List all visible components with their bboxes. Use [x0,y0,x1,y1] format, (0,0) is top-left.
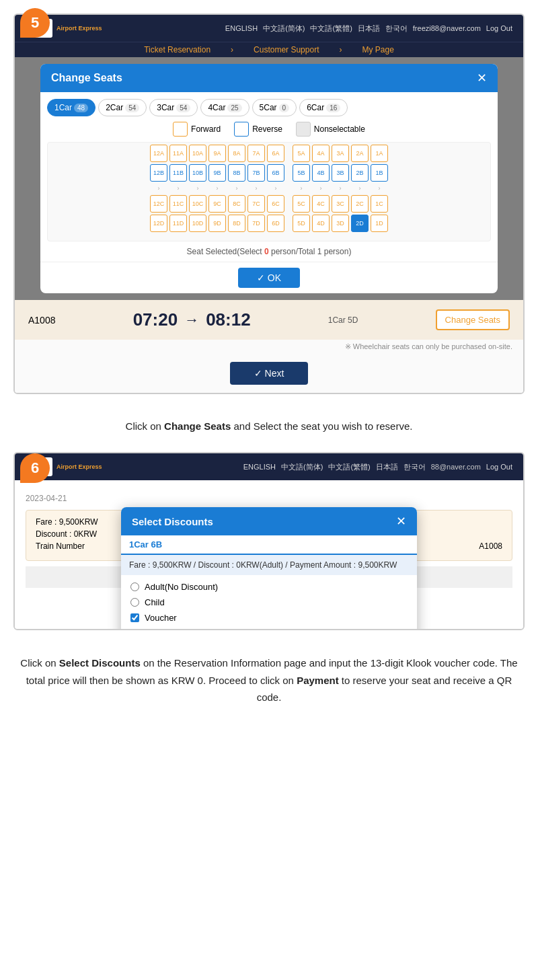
step-badge-6: 6 [20,453,50,483]
label-child: Child [145,597,165,607]
radio-adult[interactable] [130,582,139,591]
car-tab-1[interactable]: 1Car 48 [47,99,95,116]
seat-10c[interactable]: 10C [189,195,206,213]
nav-ticket-reservation[interactable]: Ticket Reservation [144,45,210,54]
seat-3a[interactable]: 3A [332,145,349,162]
seat-8a[interactable]: 8A [228,145,245,162]
s6-logout-link[interactable]: Log Out [486,463,512,471]
seat-5b[interactable]: 5B [293,164,310,182]
car-tab-2[interactable]: 2Car 54 [98,99,147,116]
seat-4b[interactable]: 4B [312,164,330,182]
seat-5a[interactable]: 5A [293,145,310,162]
sd-fare-label: Fare [129,560,146,570]
sd-options: Adult(No Discount) Child Voucher [121,575,417,630]
seat-row-a-top: 12A 11A 10A 9A 8A 7A 6A 5A 4A 3A 2A 1A [54,145,484,162]
ok-button-5[interactable]: ✓ OK [238,268,300,288]
depart-time: 07:20 [133,309,178,330]
seat-12b[interactable]: 12B [150,164,167,182]
legend-reverse: Reverse [234,122,282,137]
sd-fare-bar: Fare : 9,500KRW / Discount : 0KRW(Adult)… [121,555,417,575]
nav-customer-support[interactable]: Customer Support [254,45,319,54]
seat-10b[interactable]: 10B [189,164,206,182]
lang-ja[interactable]: 日本語 [358,24,380,34]
seat-7c[interactable]: 7C [247,195,265,213]
s6-lang-en[interactable]: ENGLISH [243,463,276,471]
nav-my-page[interactable]: My Page [362,45,393,54]
seat-4c[interactable]: 4C [312,195,330,213]
lang-en[interactable]: ENGLISH [225,24,258,32]
radio-child[interactable] [130,598,139,607]
seat-5d[interactable]: 5D [293,215,310,232]
car-tab-6[interactable]: 6Car 16 [299,99,348,116]
sd-fare-value: 9,500KRW [153,560,192,570]
seat-9c[interactable]: 9C [208,195,226,213]
logout-link[interactable]: Log Out [486,24,512,32]
next-button[interactable]: ✓ Next [230,362,309,385]
seat-10a[interactable]: 10A [189,145,206,162]
arrow-row: › › › › › › › › › › › › [54,184,484,193]
seat-6a[interactable]: 6A [267,145,284,162]
seat-3b[interactable]: 3B [332,164,349,182]
checkbox-voucher[interactable] [130,613,139,622]
car-tab-4[interactable]: 4Car 25 [200,99,249,116]
seat-2b[interactable]: 2B [351,164,369,182]
seat-4d[interactable]: 4D [312,215,330,232]
seat-1d[interactable]: 1D [371,215,388,232]
seat-7a[interactable]: 7A [247,145,265,162]
seat-11b[interactable]: 11B [169,164,187,182]
legend-nonselectable: Nonselectable [296,122,365,137]
s6-lang-zh-t[interactable]: 中文語(繁體) [328,462,370,472]
s6-lang-ko[interactable]: 한국어 [404,462,426,472]
seat-1b[interactable]: 1B [371,164,388,182]
seat-map: 12A 11A 10A 9A 8A 7A 6A 5A 4A 3A 2A 1A [47,142,491,241]
seat-6b[interactable]: 6B [267,164,284,182]
seat-6c[interactable]: 6C [267,195,284,213]
sd-seat-tab[interactable]: 1Car 6B [121,535,417,555]
res-train-number: A1008 [479,541,502,551]
s6-nav-right: ENGLISH 中文語(简体) 中文語(繁體) 日本語 한국어 88@naver… [243,462,512,472]
seat-9b[interactable]: 9B [208,164,226,182]
seat-row-c: 12C 11C 10C 9C 8C 7C 6C 5C 4C 3C 2C 1C [54,195,484,213]
lang-zh-s[interactable]: 中文語(简体) [263,24,305,34]
change-seats-button[interactable]: Change Seats [436,309,510,330]
s6-lang-ja[interactable]: 日本語 [376,462,398,472]
section-5: 5 A'REX Airport Express ENGLISH 中文語(简体) … [0,0,538,408]
next-btn-area: ✓ Next [15,354,523,393]
seat-4a[interactable]: 4A [312,145,330,162]
car-tab-5[interactable]: 5Car 0 [252,99,297,116]
seat-7d[interactable]: 7D [247,215,265,232]
car-tab-3[interactable]: 3Car 54 [149,99,198,116]
seat-12d[interactable]: 12D [150,215,167,232]
step-badge-5: 5 [20,8,50,38]
seat-2d[interactable]: 2D [351,215,369,232]
seat-10d[interactable]: 10D [189,215,206,232]
sd-modal-close[interactable]: ✕ [396,514,406,529]
seat-1a[interactable]: 1A [371,145,388,162]
select-discounts-modal: Select Discounts ✕ 1Car 6B Fare : 9,500K… [121,507,417,630]
seat-6d[interactable]: 6D [267,215,284,232]
seat-8c[interactable]: 8C [228,195,245,213]
seat-11a[interactable]: 11A [169,145,187,162]
seat-3c[interactable]: 3C [332,195,349,213]
seat-9a[interactable]: 9A [208,145,226,162]
seat-12c[interactable]: 12C [150,195,167,213]
seat-7b[interactable]: 7B [247,164,265,182]
seat-8d[interactable]: 8D [228,215,245,232]
seat-5c[interactable]: 5C [293,195,310,213]
modal-close-5[interactable]: ✕ [477,71,487,85]
section-6: 6 A'REX Airport Express ENGLISH 中文語(简体) … [0,445,538,644]
lang-zh-t[interactable]: 中文語(繁體) [310,24,352,34]
lang-ko[interactable]: 한국어 [385,24,408,34]
s6-lang-zh-s[interactable]: 中文語(简体) [281,462,323,472]
seat-2c[interactable]: 2C [351,195,369,213]
caption-5: Click on Change Seats and Select the sea… [0,408,538,445]
seat-2a[interactable]: 2A [351,145,369,162]
seat-9d[interactable]: 9D [208,215,226,232]
sd-discount-value: 0KRW(Adult) [236,560,283,570]
seat-11d[interactable]: 11D [169,215,187,232]
seat-12a[interactable]: 12A [150,145,167,162]
seat-1c[interactable]: 1C [371,195,388,213]
seat-11c[interactable]: 11C [169,195,187,213]
seat-3d[interactable]: 3D [332,215,349,232]
seat-8b[interactable]: 8B [228,164,245,182]
